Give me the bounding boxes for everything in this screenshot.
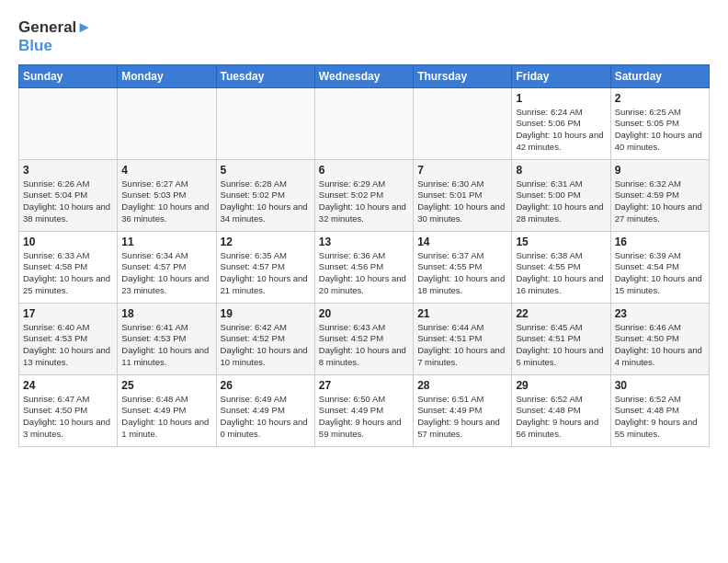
calendar-cell: 18Sunrise: 6:41 AM Sunset: 4:53 PM Dayli… xyxy=(118,303,216,374)
logo: General►Blue xyxy=(18,18,92,55)
day-number: 8 xyxy=(516,164,606,177)
day-number: 6 xyxy=(319,164,409,177)
day-info: Sunrise: 6:49 AM Sunset: 4:49 PM Dayligh… xyxy=(221,394,311,441)
calendar-cell: 1Sunrise: 6:24 AM Sunset: 5:06 PM Daylig… xyxy=(512,87,610,159)
calendar-cell: 8Sunrise: 6:31 AM Sunset: 5:00 PM Daylig… xyxy=(512,159,610,231)
day-info: Sunrise: 6:32 AM Sunset: 4:59 PM Dayligh… xyxy=(615,178,705,225)
day-info: Sunrise: 6:38 AM Sunset: 4:55 PM Dayligh… xyxy=(516,250,606,297)
day-number: 26 xyxy=(221,379,311,392)
day-info: Sunrise: 6:25 AM Sunset: 5:05 PM Dayligh… xyxy=(615,107,705,154)
calendar-cell: 6Sunrise: 6:29 AM Sunset: 5:02 PM Daylig… xyxy=(314,159,413,231)
day-number: 18 xyxy=(121,307,211,320)
day-number: 20 xyxy=(319,307,409,320)
calendar-cell: 16Sunrise: 6:39 AM Sunset: 4:54 PM Dayli… xyxy=(610,231,709,303)
day-number: 25 xyxy=(121,379,211,392)
day-number: 15 xyxy=(516,236,606,248)
week-row-1: 3Sunrise: 6:26 AM Sunset: 5:04 PM Daylig… xyxy=(19,159,710,231)
weekday-header-sunday: Sunday xyxy=(19,64,118,87)
day-number: 5 xyxy=(221,164,311,177)
calendar-cell: 28Sunrise: 6:51 AM Sunset: 4:49 PM Dayli… xyxy=(414,374,512,446)
day-info: Sunrise: 6:40 AM Sunset: 4:53 PM Dayligh… xyxy=(23,322,113,369)
calendar-cell: 29Sunrise: 6:52 AM Sunset: 4:48 PM Dayli… xyxy=(512,374,610,446)
day-info: Sunrise: 6:29 AM Sunset: 5:02 PM Dayligh… xyxy=(319,178,409,225)
day-info: Sunrise: 6:50 AM Sunset: 4:49 PM Dayligh… xyxy=(319,394,409,441)
calendar-cell: 9Sunrise: 6:32 AM Sunset: 4:59 PM Daylig… xyxy=(610,159,709,231)
calendar-cell: 10Sunrise: 6:33 AM Sunset: 4:58 PM Dayli… xyxy=(19,231,118,303)
day-info: Sunrise: 6:52 AM Sunset: 4:48 PM Dayligh… xyxy=(615,394,705,441)
calendar-cell xyxy=(216,87,314,159)
calendar-cell: 12Sunrise: 6:35 AM Sunset: 4:57 PM Dayli… xyxy=(216,231,314,303)
day-info: Sunrise: 6:47 AM Sunset: 4:50 PM Dayligh… xyxy=(23,394,113,441)
day-number: 9 xyxy=(615,164,705,177)
day-number: 29 xyxy=(516,379,606,392)
day-info: Sunrise: 6:24 AM Sunset: 5:06 PM Dayligh… xyxy=(516,107,606,154)
day-number: 21 xyxy=(417,307,507,320)
weekday-header-row: SundayMondayTuesdayWednesdayThursdayFrid… xyxy=(19,64,710,87)
day-number: 4 xyxy=(121,164,211,177)
logo-text: General►Blue xyxy=(18,18,92,55)
day-info: Sunrise: 6:48 AM Sunset: 4:49 PM Dayligh… xyxy=(121,394,211,441)
calendar-cell xyxy=(414,87,512,159)
calendar-cell xyxy=(118,87,216,159)
day-number: 19 xyxy=(221,307,311,320)
day-info: Sunrise: 6:33 AM Sunset: 4:58 PM Dayligh… xyxy=(23,250,113,297)
day-number: 2 xyxy=(615,92,705,105)
day-info: Sunrise: 6:45 AM Sunset: 4:51 PM Dayligh… xyxy=(516,322,606,369)
day-info: Sunrise: 6:41 AM Sunset: 4:53 PM Dayligh… xyxy=(121,322,211,369)
calendar-cell: 17Sunrise: 6:40 AM Sunset: 4:53 PM Dayli… xyxy=(19,303,118,374)
calendar-cell: 14Sunrise: 6:37 AM Sunset: 4:55 PM Dayli… xyxy=(414,231,512,303)
day-info: Sunrise: 6:27 AM Sunset: 5:03 PM Dayligh… xyxy=(121,178,211,225)
week-row-0: 1Sunrise: 6:24 AM Sunset: 5:06 PM Daylig… xyxy=(19,87,710,159)
page: General►Blue SundayMondayTuesdayWednesda… xyxy=(0,0,728,456)
weekday-header-tuesday: Tuesday xyxy=(216,64,314,87)
day-number: 28 xyxy=(417,379,507,392)
day-info: Sunrise: 6:44 AM Sunset: 4:51 PM Dayligh… xyxy=(417,322,507,369)
calendar-cell: 24Sunrise: 6:47 AM Sunset: 4:50 PM Dayli… xyxy=(19,374,118,446)
day-number: 1 xyxy=(516,92,606,105)
calendar-cell: 19Sunrise: 6:42 AM Sunset: 4:52 PM Dayli… xyxy=(216,303,314,374)
calendar-cell: 3Sunrise: 6:26 AM Sunset: 5:04 PM Daylig… xyxy=(19,159,118,231)
day-number: 30 xyxy=(615,379,705,392)
calendar-cell: 15Sunrise: 6:38 AM Sunset: 4:55 PM Dayli… xyxy=(512,231,610,303)
day-number: 24 xyxy=(23,379,113,392)
day-number: 11 xyxy=(121,236,211,248)
calendar-cell: 5Sunrise: 6:28 AM Sunset: 5:02 PM Daylig… xyxy=(216,159,314,231)
day-info: Sunrise: 6:51 AM Sunset: 4:49 PM Dayligh… xyxy=(417,394,507,441)
calendar-cell: 30Sunrise: 6:52 AM Sunset: 4:48 PM Dayli… xyxy=(610,374,709,446)
day-number: 3 xyxy=(23,164,113,177)
day-number: 13 xyxy=(319,236,409,248)
calendar-cell: 13Sunrise: 6:36 AM Sunset: 4:56 PM Dayli… xyxy=(314,231,413,303)
week-row-3: 17Sunrise: 6:40 AM Sunset: 4:53 PM Dayli… xyxy=(19,303,710,374)
calendar-cell xyxy=(314,87,413,159)
day-info: Sunrise: 6:42 AM Sunset: 4:52 PM Dayligh… xyxy=(221,322,311,369)
calendar-cell: 2Sunrise: 6:25 AM Sunset: 5:05 PM Daylig… xyxy=(610,87,709,159)
week-row-2: 10Sunrise: 6:33 AM Sunset: 4:58 PM Dayli… xyxy=(19,231,710,303)
day-number: 7 xyxy=(417,164,507,177)
weekday-header-monday: Monday xyxy=(118,64,216,87)
day-number: 27 xyxy=(319,379,409,392)
day-info: Sunrise: 6:35 AM Sunset: 4:57 PM Dayligh… xyxy=(221,250,311,297)
weekday-header-wednesday: Wednesday xyxy=(314,64,413,87)
day-info: Sunrise: 6:34 AM Sunset: 4:57 PM Dayligh… xyxy=(121,250,211,297)
day-info: Sunrise: 6:52 AM Sunset: 4:48 PM Dayligh… xyxy=(516,394,606,441)
day-info: Sunrise: 6:43 AM Sunset: 4:52 PM Dayligh… xyxy=(319,322,409,369)
day-info: Sunrise: 6:28 AM Sunset: 5:02 PM Dayligh… xyxy=(221,178,311,225)
day-info: Sunrise: 6:31 AM Sunset: 5:00 PM Dayligh… xyxy=(516,178,606,225)
day-info: Sunrise: 6:37 AM Sunset: 4:55 PM Dayligh… xyxy=(417,250,507,297)
calendar-cell: 7Sunrise: 6:30 AM Sunset: 5:01 PM Daylig… xyxy=(414,159,512,231)
calendar-cell: 4Sunrise: 6:27 AM Sunset: 5:03 PM Daylig… xyxy=(118,159,216,231)
weekday-header-thursday: Thursday xyxy=(414,64,512,87)
calendar-cell: 25Sunrise: 6:48 AM Sunset: 4:49 PM Dayli… xyxy=(118,374,216,446)
weekday-header-friday: Friday xyxy=(512,64,610,87)
calendar-cell: 27Sunrise: 6:50 AM Sunset: 4:49 PM Dayli… xyxy=(314,374,413,446)
calendar-cell: 20Sunrise: 6:43 AM Sunset: 4:52 PM Dayli… xyxy=(314,303,413,374)
day-number: 10 xyxy=(23,236,113,248)
calendar-cell: 23Sunrise: 6:46 AM Sunset: 4:50 PM Dayli… xyxy=(610,303,709,374)
calendar-table: SundayMondayTuesdayWednesdayThursdayFrid… xyxy=(18,64,710,447)
day-info: Sunrise: 6:30 AM Sunset: 5:01 PM Dayligh… xyxy=(417,178,507,225)
calendar-cell: 26Sunrise: 6:49 AM Sunset: 4:49 PM Dayli… xyxy=(216,374,314,446)
calendar-cell: 22Sunrise: 6:45 AM Sunset: 4:51 PM Dayli… xyxy=(512,303,610,374)
calendar-cell: 11Sunrise: 6:34 AM Sunset: 4:57 PM Dayli… xyxy=(118,231,216,303)
day-info: Sunrise: 6:26 AM Sunset: 5:04 PM Dayligh… xyxy=(23,178,113,225)
day-number: 14 xyxy=(417,236,507,248)
